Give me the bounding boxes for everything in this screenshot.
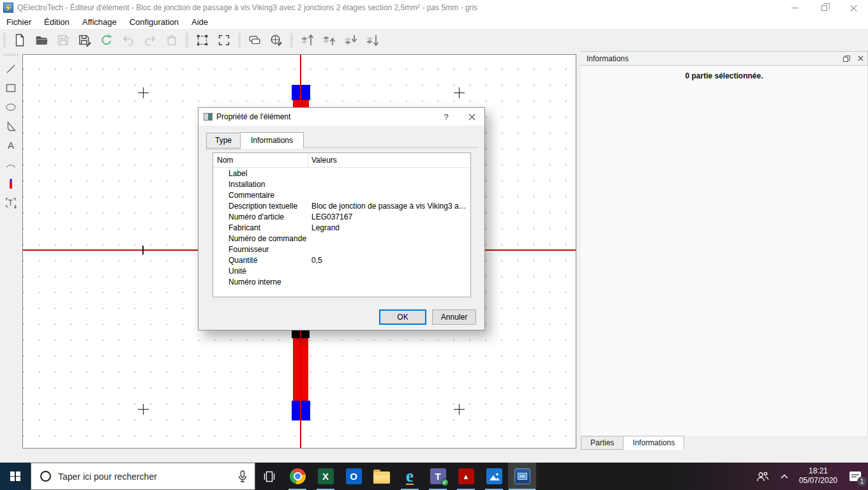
table-row[interactable]: Numéro interne bbox=[213, 276, 470, 287]
photos-icon bbox=[486, 468, 502, 484]
polygon-tool-icon[interactable] bbox=[2, 117, 20, 135]
dock-tab-bar: Parties Informations bbox=[581, 436, 684, 450]
internet-explorer-icon: e bbox=[406, 468, 414, 485]
dynamic-textfield-tool-icon[interactable]: T bbox=[2, 194, 20, 212]
new-element-icon[interactable] bbox=[10, 31, 29, 49]
taskbar-search-input[interactable]: Taper ici pour rechercher bbox=[31, 463, 255, 490]
table-row[interactable]: Commentaire bbox=[213, 189, 470, 200]
reload-icon[interactable] bbox=[97, 31, 116, 49]
windows-taskbar: Taper ici pour rechercher X O e T ✓ ▲ bbox=[0, 463, 868, 490]
dialog-titlebar[interactable]: Propriété de l'élément ? bbox=[198, 108, 484, 126]
edit-drawing-area-icon[interactable] bbox=[193, 31, 212, 49]
minimize-icon[interactable] bbox=[780, 0, 809, 15]
menu-aide[interactable]: Aide bbox=[185, 15, 214, 29]
redo-icon[interactable] bbox=[140, 31, 160, 49]
window-titlebar: QElectroTech - Éditeur d'élément - Bloc … bbox=[0, 0, 868, 15]
taskbar-app-internet-explorer[interactable]: e bbox=[396, 463, 424, 490]
table-row[interactable]: FabricantLegrand bbox=[213, 222, 470, 233]
table-row[interactable]: Description textuelleBloc de jonction de… bbox=[213, 200, 470, 211]
tab-informations-dialog[interactable]: Informations bbox=[240, 132, 304, 149]
selection-status-text: 0 partie sélectionnée. bbox=[581, 71, 867, 80]
dialog-close-icon[interactable] bbox=[459, 108, 484, 126]
save-icon[interactable] bbox=[54, 31, 73, 49]
table-row[interactable]: Numéro de commande bbox=[213, 233, 470, 244]
menu-fichier[interactable]: Fichier bbox=[0, 15, 38, 29]
column-header-valeurs[interactable]: Valeurs bbox=[308, 156, 337, 165]
table-row[interactable]: Numéro d'articleLEG037167 bbox=[213, 211, 470, 222]
text-tool-icon[interactable]: A bbox=[2, 137, 20, 154]
ok-button[interactable]: OK bbox=[379, 309, 426, 325]
arc-tool-icon[interactable] bbox=[2, 156, 20, 174]
table-row[interactable]: Installation bbox=[213, 179, 470, 189]
main-toolbar bbox=[0, 29, 868, 51]
table-row[interactable]: Quantité0,5 bbox=[213, 255, 470, 265]
erase-drawing-icon[interactable] bbox=[267, 31, 286, 49]
properties-table[interactable]: Nom Valeurs Label Installation Commentai… bbox=[213, 152, 471, 297]
adjust-area-icon[interactable] bbox=[214, 31, 234, 49]
element-red-block-top[interactable] bbox=[293, 100, 309, 107]
dialog-title: Propriété de l'élément bbox=[216, 112, 433, 121]
table-row[interactable]: Fournisseur bbox=[213, 244, 470, 255]
menu-configuration[interactable]: Configuration bbox=[123, 15, 185, 29]
undo-icon[interactable] bbox=[119, 31, 138, 49]
grid-cross bbox=[454, 404, 465, 415]
menu-affichage[interactable]: Affichage bbox=[76, 15, 123, 29]
svg-text:A: A bbox=[8, 140, 14, 151]
ellipse-tool-icon[interactable] bbox=[2, 98, 20, 116]
chrome-icon bbox=[290, 468, 306, 484]
table-row[interactable]: Label bbox=[213, 168, 470, 179]
taskbar-app-chrome[interactable] bbox=[283, 463, 311, 490]
microphone-icon[interactable] bbox=[238, 470, 247, 483]
taskbar-app-teams[interactable]: T ✓ bbox=[424, 463, 452, 490]
row-name: Fabricant bbox=[213, 223, 308, 232]
element-properties-dialog: Propriété de l'élément ? Type Informatio… bbox=[198, 107, 485, 330]
parts-toolbar: A T bbox=[0, 51, 22, 463]
dock-float-icon[interactable] bbox=[839, 52, 853, 65]
palette-grip[interactable] bbox=[4, 54, 18, 56]
acrobat-icon: ▲ bbox=[458, 468, 474, 484]
close-icon[interactable] bbox=[839, 0, 868, 15]
lower-icon[interactable] bbox=[341, 31, 360, 49]
teams-icon: T ✓ bbox=[430, 468, 446, 484]
toolbar-grip[interactable] bbox=[186, 33, 188, 47]
toolbar-grip[interactable] bbox=[3, 33, 6, 47]
edit-names-icon[interactable] bbox=[245, 31, 264, 49]
taskbar-clock[interactable]: 18:21 05/07/2020 bbox=[794, 463, 842, 490]
column-header-nom[interactable]: Nom bbox=[213, 153, 308, 168]
taskbar-app-qelectrotech[interactable] bbox=[508, 463, 536, 490]
tab-parties[interactable]: Parties bbox=[581, 436, 624, 450]
element-axis-bottom bbox=[300, 330, 301, 447]
send-backward-icon[interactable] bbox=[363, 31, 382, 49]
raise-icon[interactable] bbox=[319, 31, 338, 49]
restore-icon[interactable] bbox=[809, 0, 839, 15]
taskbar-app-acrobat[interactable]: ▲ bbox=[452, 463, 480, 490]
open-element-icon[interactable] bbox=[32, 31, 51, 49]
svg-text:T: T bbox=[8, 198, 13, 207]
row-name: Numéro interne bbox=[213, 278, 308, 286]
taskbar-app-file-explorer[interactable] bbox=[368, 463, 396, 490]
task-view-button[interactable] bbox=[255, 463, 283, 490]
row-name: Commentaire bbox=[213, 191, 308, 200]
show-hidden-icons-chevron[interactable] bbox=[775, 463, 794, 490]
dialog-help-button[interactable]: ? bbox=[433, 108, 459, 126]
action-center-icon[interactable]: 1 bbox=[842, 463, 868, 490]
save-as-icon[interactable] bbox=[75, 31, 94, 49]
dock-close-icon[interactable] bbox=[853, 52, 867, 65]
taskbar-app-excel[interactable]: X bbox=[311, 463, 340, 490]
table-row[interactable]: Unité bbox=[213, 265, 470, 276]
start-button[interactable] bbox=[0, 463, 31, 490]
tab-informations[interactable]: Informations bbox=[623, 436, 684, 450]
people-icon[interactable] bbox=[751, 463, 775, 490]
menu-edition[interactable]: Édition bbox=[38, 15, 76, 29]
toolbar-grip[interactable] bbox=[238, 33, 241, 47]
menu-bar: Fichier Édition Affichage Configuration … bbox=[0, 15, 868, 29]
delete-icon[interactable] bbox=[162, 31, 181, 49]
cancel-button[interactable]: Annuler bbox=[432, 309, 476, 325]
line-tool-icon[interactable] bbox=[2, 60, 20, 78]
toolbar-grip[interactable] bbox=[290, 33, 293, 47]
terminal-tool-icon[interactable] bbox=[2, 175, 20, 193]
taskbar-app-outlook[interactable]: O bbox=[340, 463, 368, 490]
bring-forward-icon[interactable] bbox=[297, 31, 317, 49]
rectangle-tool-icon[interactable] bbox=[2, 79, 20, 97]
taskbar-app-photos[interactable] bbox=[480, 463, 508, 490]
